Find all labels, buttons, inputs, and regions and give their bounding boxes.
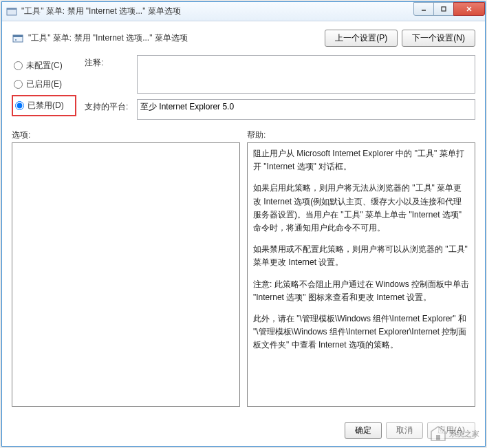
svg-rect-3 bbox=[442, 7, 446, 11]
cancel-button[interactable]: 取消 bbox=[386, 422, 423, 439]
radio-not-configured[interactable]: 未配置(C) bbox=[12, 56, 76, 75]
help-paragraph: 阻止用户从 Microsoft Internet Explorer 中的 "工具… bbox=[253, 147, 469, 173]
maximize-button[interactable] bbox=[433, 2, 454, 16]
comment-input[interactable] bbox=[137, 55, 475, 94]
platform-input bbox=[137, 99, 475, 120]
radio-enabled[interactable]: 已启用(E) bbox=[12, 75, 76, 94]
help-paragraph: 此外，请在 "\管理模板\Windows 组件\Internet Explore… bbox=[253, 312, 469, 352]
radio-disabled[interactable]: 已禁用(D) bbox=[14, 98, 74, 113]
nav-buttons: 上一个设置(P) 下一个设置(N) bbox=[325, 30, 475, 47]
apply-button[interactable]: 应用(A) bbox=[427, 422, 475, 439]
window-controls bbox=[414, 2, 485, 16]
ok-button[interactable]: 确定 bbox=[345, 422, 382, 439]
help-panel[interactable]: 阻止用户从 Microsoft Internet Explorer 中的 "工具… bbox=[247, 142, 475, 407]
radio-disabled-label: 已禁用(D) bbox=[28, 100, 64, 111]
svg-rect-1 bbox=[7, 8, 17, 10]
dialog-content: "工具" 菜单: 禁用 "Internet 选项..." 菜单选项 上一个设置(… bbox=[2, 21, 485, 415]
dialog-footer: 确定 取消 应用(A) 系统之家 bbox=[2, 415, 485, 446]
config-area: 未配置(C) 已启用(E) 已禁用(D) 注释: bbox=[12, 55, 475, 120]
close-button[interactable] bbox=[453, 2, 485, 16]
main-split: 选项: 帮助: 阻止用户从 Microsoft Internet Explore… bbox=[12, 129, 475, 407]
svg-rect-7 bbox=[13, 35, 23, 37]
platform-row: 支持的平台: bbox=[85, 99, 475, 120]
titlebar: "工具" 菜单: 禁用 "Internet 选项..." 菜单选项 bbox=[2, 2, 485, 21]
help-paragraph: 如果禁用或不配置此策略，则用户将可以从浏览器的 "工具" 菜单更改 Intern… bbox=[253, 243, 469, 269]
help-paragraph: 如果启用此策略，则用户将无法从浏览器的 "工具" 菜单更改 Internet 选… bbox=[253, 182, 469, 235]
platform-label: 支持的平台: bbox=[85, 99, 131, 113]
minimize-button[interactable] bbox=[413, 2, 434, 16]
fields-area: 注释: 支持的平台: bbox=[85, 55, 475, 120]
next-setting-button[interactable]: 下一个设置(N) bbox=[402, 30, 475, 47]
window-title: "工具" 菜单: 禁用 "Internet 选项..." 菜单选项 bbox=[21, 6, 181, 17]
comment-row: 注释: bbox=[85, 55, 475, 94]
help-column: 帮助: 阻止用户从 Microsoft Internet Explorer 中的… bbox=[247, 129, 475, 407]
state-radio-group: 未配置(C) 已启用(E) 已禁用(D) bbox=[12, 55, 76, 120]
options-label: 选项: bbox=[12, 129, 240, 141]
app-icon bbox=[6, 6, 17, 17]
policy-icon bbox=[12, 32, 24, 45]
help-label: 帮助: bbox=[247, 129, 475, 141]
radio-not-configured-label: 未配置(C) bbox=[26, 60, 63, 72]
selected-radio-highlight: 已禁用(D) bbox=[12, 95, 76, 116]
policy-title: "工具" 菜单: 禁用 "Internet 选项..." 菜单选项 bbox=[28, 32, 325, 44]
radio-disabled-input[interactable] bbox=[15, 101, 24, 110]
options-panel[interactable] bbox=[12, 142, 240, 407]
radio-enabled-input[interactable] bbox=[14, 80, 23, 89]
options-column: 选项: bbox=[12, 129, 240, 407]
svg-point-8 bbox=[15, 39, 17, 41]
comment-label: 注释: bbox=[85, 55, 131, 69]
radio-enabled-label: 已启用(E) bbox=[26, 78, 62, 90]
radio-not-configured-input[interactable] bbox=[14, 61, 23, 70]
dialog-window: "工具" 菜单: 禁用 "Internet 选项..." 菜单选项 "工具" 菜… bbox=[1, 1, 486, 447]
header-row: "工具" 菜单: 禁用 "Internet 选项..." 菜单选项 上一个设置(… bbox=[12, 30, 475, 47]
help-paragraph: 注意: 此策略不会阻止用户通过在 Windows 控制面板中单击 "Intern… bbox=[253, 278, 469, 304]
prev-setting-button[interactable]: 上一个设置(P) bbox=[325, 30, 398, 47]
